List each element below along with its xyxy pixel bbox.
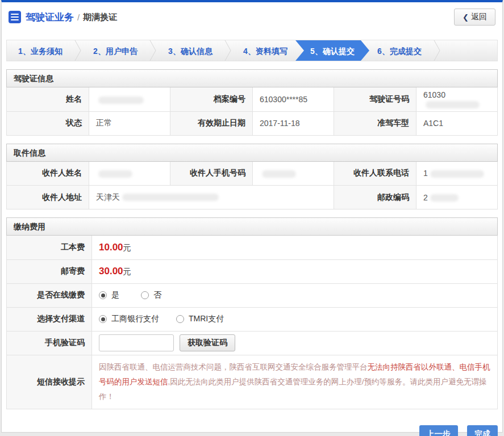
pickup-info-section: 取件信息 收件人姓名 收件人手机号码 收件人联系电话 1 收件人地址 天津天 邮… bbox=[6, 144, 498, 210]
field-value-recipient-address: 天津天 bbox=[89, 186, 334, 209]
redacted-value bbox=[430, 194, 459, 202]
radio-channel-icbc[interactable]: 工商银行支付 bbox=[99, 314, 159, 324]
field-label-file-number: 档案编号 bbox=[170, 87, 253, 111]
field-label-sms-notice: 短信接收提示 bbox=[7, 355, 92, 409]
field-value-file-number: 610300****85 bbox=[253, 87, 334, 111]
step-tab-4: 4、资料填写 bbox=[232, 40, 299, 61]
field-value-work-fee: 10.00元 bbox=[92, 236, 498, 259]
license-info-section: 驾驶证信息 姓名 档案编号 610300****85 驾驶证号码 61030 状… bbox=[6, 69, 498, 136]
redacted-value bbox=[262, 170, 296, 178]
field-label-recipient-phone: 收件人联系电话 bbox=[334, 162, 416, 186]
radio-online-pay-no[interactable]: 否 bbox=[141, 290, 161, 300]
pay-channel-options: 工商银行支付 TMRI支付 bbox=[92, 307, 498, 331]
list-icon bbox=[9, 11, 21, 23]
field-label-sms-code: 手机验证码 bbox=[7, 331, 92, 355]
step-separator-icon bbox=[433, 40, 441, 61]
fees-section: 缴纳费用 工本费 10.00元 邮寄费 30.00元 是否在线缴费 是 否 bbox=[6, 217, 498, 409]
previous-step-button[interactable]: 上一步 bbox=[419, 425, 458, 436]
step-separator-icon bbox=[74, 40, 82, 61]
get-sms-code-button[interactable]: 获取验证码 bbox=[180, 334, 235, 351]
field-value-license-number: 61030 bbox=[416, 87, 498, 111]
radio-online-pay-yes[interactable]: 是 bbox=[99, 290, 119, 300]
field-label-name: 姓名 bbox=[7, 87, 89, 111]
field-label-online-pay: 是否在线缴费 bbox=[7, 283, 92, 307]
table-row: 短信接收提示 因陕西省联通、电信运营商技术问题，陕西省互联网交通安全综合服务管理… bbox=[7, 355, 498, 409]
section-title-pickup: 取件信息 bbox=[6, 144, 498, 162]
field-value-name bbox=[89, 87, 170, 111]
step-tab-6: 6、完成提交 bbox=[366, 40, 433, 61]
chevron-left-icon: ❮ bbox=[463, 13, 469, 22]
back-button[interactable]: ❮ 返回 bbox=[454, 9, 495, 26]
field-label-recipient-mobile: 收件人手机号码 bbox=[170, 162, 253, 186]
page-title: 驾驶证业务 bbox=[26, 11, 74, 24]
radio-channel-tmri[interactable]: TMRI支付 bbox=[176, 314, 224, 324]
work-fee-unit: 元 bbox=[123, 243, 131, 252]
post-fee-unit: 元 bbox=[123, 267, 131, 276]
table-row: 工本费 10.00元 bbox=[7, 236, 498, 259]
wizard-steps: 1、业务须知 2、用户申告 3、确认信息 4、资料填写 5、确认提交 6、完成提… bbox=[6, 40, 498, 61]
redacted-value bbox=[98, 170, 132, 178]
breadcrumb-current: 期满换证 bbox=[83, 12, 117, 23]
field-label-pay-channel: 选择支付渠道 bbox=[7, 307, 92, 331]
section-title-license: 驾驶证信息 bbox=[6, 69, 498, 87]
step-tab-5-active: 5、确认提交 bbox=[295, 40, 369, 61]
sms-notice-cell: 因陕西省联通、电信运营商技术问题，陕西省互联网交通安全综合服务管理平台无法向持陕… bbox=[92, 355, 498, 409]
table-row: 选择支付渠道 工商银行支付 TMRI支付 bbox=[7, 307, 498, 331]
breadcrumb-separator: / bbox=[77, 12, 80, 22]
table-row: 收件人姓名 收件人手机号码 收件人联系电话 1 bbox=[7, 162, 498, 186]
field-value-expiry-date: 2017-11-18 bbox=[253, 111, 334, 135]
field-value-recipient-mobile bbox=[253, 162, 334, 186]
radio-unselected-icon bbox=[176, 315, 184, 323]
sms-notice-text: 因陕西省联通、电信运营商技术问题，陕西省互联网交通安全综合服务管理平台无法向持陕… bbox=[99, 355, 490, 409]
field-value-status: 正常 bbox=[89, 111, 170, 135]
redacted-value bbox=[430, 170, 484, 178]
footer-actions: 上一步 完成 bbox=[6, 425, 498, 436]
field-label-vehicle-class: 准驾车型 bbox=[334, 111, 416, 135]
sms-code-cell: 获取验证码 bbox=[92, 331, 498, 355]
field-label-work-fee: 工本费 bbox=[7, 236, 92, 259]
step-tab-1: 1、业务须知 bbox=[7, 40, 74, 61]
redacted-value bbox=[122, 194, 219, 201]
step-tab-2: 2、用户申告 bbox=[82, 40, 149, 61]
table-row: 邮寄费 30.00元 bbox=[7, 259, 498, 283]
field-value-vehicle-class: A1C1 bbox=[416, 111, 498, 135]
field-label-license-number: 驾驶证号码 bbox=[334, 87, 416, 111]
table-row: 姓名 档案编号 610300****85 驾驶证号码 61030 bbox=[7, 87, 498, 111]
field-label-status: 状态 bbox=[7, 111, 89, 135]
field-label-post-fee: 邮寄费 bbox=[7, 259, 92, 283]
redacted-value bbox=[98, 97, 144, 104]
field-label-expiry-date: 有效期止日期 bbox=[170, 111, 253, 135]
page-header: 驾驶证业务 / 期满换证 ❮ 返回 bbox=[2, 2, 502, 32]
fees-table: 工本费 10.00元 邮寄费 30.00元 是否在线缴费 是 否 选择支付渠道 bbox=[6, 236, 498, 409]
post-fee-amount: 30.00 bbox=[99, 266, 123, 276]
field-value-post-fee: 30.00元 bbox=[92, 259, 498, 283]
sms-code-input[interactable] bbox=[99, 334, 174, 351]
field-value-postal-code: 2 bbox=[416, 186, 498, 209]
table-row: 收件人地址 天津天 邮政编码 2 bbox=[7, 186, 498, 209]
online-pay-options: 是 否 bbox=[92, 283, 498, 307]
table-row: 手机验证码 获取验证码 bbox=[7, 331, 498, 355]
back-button-label: 返回 bbox=[471, 12, 487, 22]
step-separator-icon bbox=[224, 40, 232, 61]
radio-unselected-icon bbox=[141, 291, 149, 299]
radio-selected-icon bbox=[99, 315, 107, 323]
radio-selected-icon bbox=[99, 291, 107, 299]
step-tab-3: 3、确认信息 bbox=[157, 40, 224, 61]
license-info-table: 姓名 档案编号 610300****85 驾驶证号码 61030 状态 正常 有… bbox=[6, 87, 498, 136]
field-label-recipient-name: 收件人姓名 bbox=[7, 162, 89, 186]
field-value-recipient-name bbox=[89, 162, 170, 186]
redacted-value bbox=[426, 101, 480, 108]
section-title-fees: 缴纳费用 bbox=[6, 217, 498, 236]
page-container: 驾驶证业务 / 期满换证 ❮ 返回 1、业务须知 2、用户申告 3、确认信息 4… bbox=[1, 0, 503, 433]
work-fee-amount: 10.00 bbox=[99, 242, 123, 253]
finish-button[interactable]: 完成 bbox=[467, 425, 498, 436]
field-label-recipient-address: 收件人地址 bbox=[7, 186, 89, 209]
step-separator-icon bbox=[149, 40, 157, 61]
field-label-postal-code: 邮政编码 bbox=[334, 186, 416, 209]
table-row: 是否在线缴费 是 否 bbox=[7, 283, 498, 307]
pickup-info-table: 收件人姓名 收件人手机号码 收件人联系电话 1 收件人地址 天津天 邮政编码 2 bbox=[6, 162, 498, 210]
field-value-recipient-phone: 1 bbox=[416, 162, 498, 186]
table-row: 状态 正常 有效期止日期 2017-11-18 准驾车型 A1C1 bbox=[7, 111, 498, 135]
